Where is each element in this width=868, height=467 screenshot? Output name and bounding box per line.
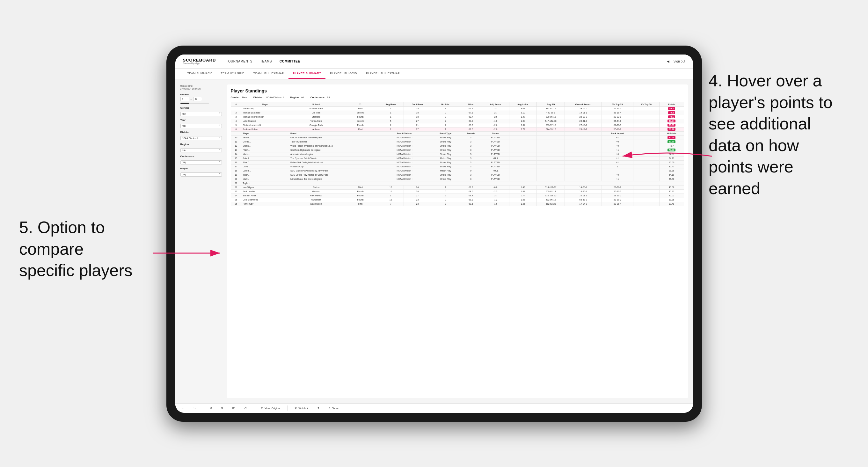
region-select[interactable]: N/A [180, 148, 222, 152]
points-badge: 88.2 [668, 107, 675, 110]
sub-nav-team-h2h-heatmap[interactable]: TEAM H2H HEATMAP [249, 68, 288, 79]
sign-out-link[interactable]: Sign out [674, 60, 685, 63]
filter-button[interactable]: ⚙ [208, 406, 214, 410]
table-row[interactable]: 26 Petr Hruby Washington Fifth 7 23 0 68… [231, 202, 684, 206]
points-badge: 79.2 [668, 111, 675, 114]
nav-divider: ◀| [667, 60, 670, 63]
col-avg-sg: Avg SG [537, 102, 565, 106]
gender-select-wrapper: Men Women [180, 110, 222, 116]
copy2-button[interactable]: ⧉+ [230, 406, 238, 410]
conference-filter-display: Conference: All [310, 96, 330, 99]
col-num: # [231, 102, 241, 106]
table-row[interactable]: 23 Jack Lundin Missouri Fourth 11 24 0 6… [231, 189, 684, 193]
tablet-screen: SCOREBOARD Powered by clippi TOURNAMENTS… [175, 55, 693, 413]
table-row[interactable]: 1 Wenyi Ding Arizona State First 1 15 1 … [231, 106, 684, 111]
annotation-arrow-left [153, 247, 223, 259]
tooltip-data-row[interactable]: 10 Jacob... UNCW Seahawk Intercollegiate… [231, 135, 684, 139]
col-vs-top25: Vs Top 25 [601, 102, 633, 106]
tooltip-data-row[interactable]: 21 Taylo... [231, 181, 684, 185]
tooltip-data-row[interactable]: 16 Alex C... Fallen Oak Collegiate Invit… [231, 160, 684, 164]
annotation-arrow-right [623, 147, 712, 166]
player-label: Player [180, 167, 222, 170]
nav-teams[interactable]: TEAMS [260, 60, 272, 63]
tooltip-data-row[interactable]: 20 Matti... Mirabel Maui Jim Intercolleg… [231, 177, 684, 181]
clock-button[interactable]: ⏱ [242, 406, 249, 410]
gender-filter: Gender Men Women [180, 106, 222, 116]
table-header-row: # Player School Yr Reg Rank Conf Rank No… [231, 102, 684, 106]
watch-button[interactable]: 👁 Watch ▾ [292, 406, 310, 410]
tooltip-data-row[interactable]: 15 Jake I... The Cypress Point Classic N… [231, 156, 684, 160]
col-wins: Wins [460, 102, 482, 106]
no-rds-max-input[interactable] [193, 97, 202, 101]
share-button-icon[interactable]: ⬆ [315, 406, 321, 410]
copy-button[interactable]: ⧉ [219, 406, 225, 410]
table-row[interactable]: 22 Ian Gilligan Florida Third 10 24 1 68… [231, 185, 684, 189]
tooltip-data-row[interactable]: 14 Mark... Amer An Intercollegiate NCAA … [231, 152, 684, 156]
share-button[interactable]: ↗ Share [327, 406, 340, 410]
tooltip-data-row[interactable]: 17 David... Williams Cup NCAA Division I… [231, 164, 684, 168]
no-rds-slider[interactable] [180, 103, 209, 104]
share-icon: ↗ [328, 407, 331, 410]
conference-label: Conference [180, 155, 222, 158]
toolbar-bottom: ↩ ↪ ⚙ ⧉ ⧉+ ⏱ ⊞ View: Original 👁 Watch ▾ [175, 403, 693, 413]
region-label: Region [180, 143, 222, 146]
nav-right: ◀| Sign out [667, 60, 685, 63]
tooltip-data-row[interactable]: 19 Tiger... SEC Stroke Play hosted by Je… [231, 173, 684, 177]
division-select[interactable]: NCAA Division I [180, 136, 222, 140]
division-select-wrapper: NCAA Division I [180, 134, 222, 140]
conference-select-wrapper: (All) [180, 159, 222, 164]
undo-button[interactable]: ↩ [180, 406, 186, 410]
tablet-device: SCOREBOARD Powered by clippi TOURNAMENTS… [166, 45, 702, 422]
col-school: School [289, 102, 343, 106]
redo-button[interactable]: ↪ [192, 406, 198, 410]
gender-filter-display: Gender: Men [231, 96, 247, 99]
col-overall: Overall Record [565, 102, 602, 106]
year-select[interactable]: (All) [180, 124, 222, 128]
nav-left: SCOREBOARD Powered by clippi TOURNAMENTS… [183, 58, 300, 64]
sub-nav-team-h2h-grid[interactable]: TEAM H2H GRID [216, 68, 249, 79]
no-rds-min-input[interactable] [180, 97, 189, 101]
sub-nav-team-summary[interactable]: TEAM SUMMARY [183, 68, 216, 79]
annotation-left: 5. Option to compare specific players [19, 217, 140, 281]
table-row[interactable]: 25 Cole Sherwood Vanderbilt Fourth 12 23… [231, 198, 684, 202]
sub-nav-player-summary[interactable]: PLAYER SUMMARY [288, 68, 326, 79]
watch-label: Watch [298, 407, 305, 410]
tooltip-data-row[interactable]: 18 Luke I... SEC Match Play hosted by Je… [231, 168, 684, 173]
gender-select[interactable]: Men Women [180, 112, 222, 116]
points-badge: 68.94 [668, 120, 676, 122]
logo-subtitle: Powered by clippi [183, 62, 216, 64]
tooltip-data-row[interactable]: 13 Phich... Southern Highlands Collegiat… [231, 148, 684, 152]
tooltip-data-row[interactable]: 11 Gordo... Tiger Invitational NCAA Divi… [231, 139, 684, 144]
nav-links: TOURNAMENTS TEAMS COMMITTEE [226, 60, 300, 63]
sub-nav-player-h2h-grid[interactable]: PLAYER H2H GRID [326, 68, 362, 79]
year-label: Year [180, 119, 222, 121]
toolbar-divider-1 [203, 405, 203, 411]
page-wrapper: SCOREBOARD Powered by clippi TOURNAMENTS… [0, 0, 868, 467]
filter-panel: Update time: 27/01/2024 16:56:26 No Rds.… [180, 85, 222, 398]
nav-tournaments[interactable]: TOURNAMENTS [226, 60, 252, 63]
col-adj-score: Adj. Score [482, 102, 509, 106]
no-rds-range: – [180, 97, 222, 101]
table-row[interactable]: 5 Christo Lamprecht Georgia Tech Fourth … [231, 123, 684, 127]
col-avg-to-par: Avg to-Par [509, 102, 537, 106]
table-row[interactable]: 6 Jackson Kohon Auburn First 2 27 1 87.5… [231, 127, 684, 131]
player-select[interactable]: (All) [180, 173, 222, 177]
table-row[interactable]: 2 Michael La Sasso Ole Miss Second 1 18 … [231, 111, 684, 115]
division-filter-display: Division: NCAA Division I [253, 96, 284, 99]
main-content: Update time: 27/01/2024 16:56:26 No Rds.… [175, 80, 693, 403]
points-badge: 60.09 [668, 124, 676, 127]
table-row[interactable]: 3 Michael Thorbjornsen Stanford Fourth 1… [231, 115, 684, 119]
region-filter-display: Region: All [290, 96, 304, 99]
table-row[interactable]: 4 Luke Clanton Florida State Second 5 27… [231, 119, 684, 123]
tooltip-data-row[interactable]: 12 Brenn... Wake Forest Invitational at … [231, 144, 684, 148]
nav-committee[interactable]: COMMITTEE [280, 60, 300, 63]
annotation-right: 4. Hover over a player's points to see a… [709, 70, 842, 199]
table-row[interactable]: 24 Bastien Amat New Mexico Fourth 1 27 2… [231, 193, 684, 198]
conference-select[interactable]: (All) [180, 160, 222, 164]
region-select-wrapper: N/A [180, 147, 222, 152]
sub-nav-player-h2h-heatmap[interactable]: PLAYER H2H HEATMAP [362, 68, 404, 79]
tooltip-points: 53.60 [668, 140, 676, 143]
view-original-label: View: Original [265, 407, 280, 410]
view-original-button[interactable]: ⊞ View: Original [259, 406, 282, 410]
col-no-rds: No Rds. [431, 102, 460, 106]
